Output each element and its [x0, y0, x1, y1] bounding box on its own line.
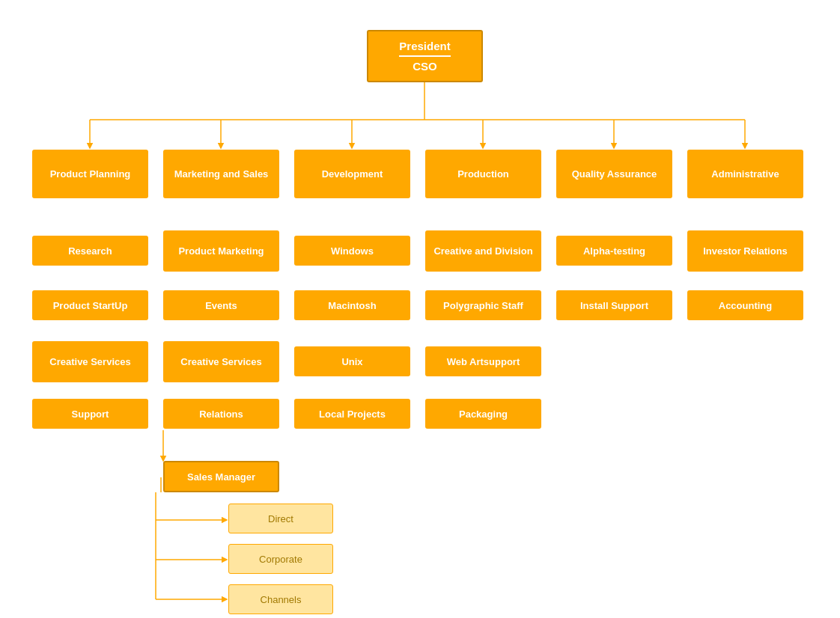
macintosh-label: Macintosh [328, 300, 376, 311]
install-support-label: Install Support [580, 300, 648, 311]
box-packaging[interactable]: Packaging [425, 399, 541, 429]
box-quality-assurance[interactable]: Quality Assurance [556, 150, 672, 198]
research-label: Research [68, 245, 112, 257]
box-support[interactable]: Support [32, 399, 148, 429]
org-chart: President CSO Product Planning Marketing… [0, 0, 840, 30]
corporate-label: Corporate [259, 554, 302, 565]
alpha-testing-label: Alpha-testing [583, 245, 645, 257]
production-label: Production [457, 168, 509, 180]
investor-relations-label: Investor Relations [703, 245, 788, 257]
box-accounting[interactable]: Accounting [687, 290, 803, 320]
box-events[interactable]: Events [163, 290, 279, 320]
administrative-label: Administrative [711, 168, 779, 180]
box-unix[interactable]: Unix [294, 346, 410, 376]
box-windows[interactable]: Windows [294, 236, 410, 266]
box-relations[interactable]: Relations [163, 399, 279, 429]
relations-label: Relations [199, 409, 243, 420]
product-startup-label: Product StartUp [53, 300, 128, 311]
development-label: Development [322, 168, 383, 180]
direct-label: Direct [268, 513, 293, 524]
polygraphic-staff-label: Polygraphic Staff [443, 300, 523, 311]
product-planning-label: Product Planning [50, 168, 131, 180]
box-product-startup[interactable]: Product StartUp [32, 290, 148, 320]
box-local-projects[interactable]: Local Projects [294, 399, 410, 429]
events-label: Events [205, 300, 237, 311]
accounting-label: Accounting [719, 300, 773, 311]
box-direct[interactable]: Direct [228, 504, 333, 533]
product-marketing-label: Product Marketing [178, 245, 264, 257]
box-install-support[interactable]: Install Support [556, 290, 672, 320]
box-channels[interactable]: Channels [228, 584, 333, 614]
box-polygraphic-staff[interactable]: Polygraphic Staff [425, 290, 541, 320]
box-investor-relations[interactable]: Investor Relations [687, 230, 803, 272]
creative-services-1-label: Creative Services [49, 356, 130, 367]
windows-label: Windows [331, 245, 374, 257]
creative-services-2-label: Creative Services [180, 356, 261, 367]
support-label: Support [72, 409, 109, 420]
president-subtitle: CSO [399, 60, 450, 73]
packaging-label: Packaging [459, 409, 508, 420]
sales-manager-label: Sales Manager [187, 471, 255, 483]
box-sales-manager[interactable]: Sales Manager [163, 461, 279, 492]
box-administrative[interactable]: Administrative [687, 150, 803, 198]
web-artsupport-label: Web Artsupport [447, 356, 520, 367]
marketing-sales-label: Marketing and Sales [174, 168, 269, 180]
president-title: President [399, 40, 450, 57]
box-creative-division[interactable]: Creative and Division [425, 230, 541, 272]
box-research[interactable]: Research [32, 236, 148, 266]
box-product-marketing[interactable]: Product Marketing [163, 230, 279, 272]
quality-assurance-label: Quality Assurance [572, 168, 657, 180]
box-product-planning[interactable]: Product Planning [32, 150, 148, 198]
box-creative-services-2[interactable]: Creative Services [163, 341, 279, 382]
box-marketing-sales[interactable]: Marketing and Sales [163, 150, 279, 198]
box-corporate[interactable]: Corporate [228, 544, 333, 574]
box-development[interactable]: Development [294, 150, 410, 198]
local-projects-label: Local Projects [319, 409, 386, 420]
unix-label: Unix [341, 356, 362, 367]
box-web-artsupport[interactable]: Web Artsupport [425, 346, 541, 376]
box-president[interactable]: President CSO [367, 30, 483, 82]
box-macintosh[interactable]: Macintosh [294, 290, 410, 320]
box-creative-services-1[interactable]: Creative Services [32, 341, 148, 382]
box-production[interactable]: Production [425, 150, 541, 198]
box-alpha-testing[interactable]: Alpha-testing [556, 236, 672, 266]
channels-label: Channels [261, 594, 302, 605]
creative-division-label: Creative and Division [433, 245, 532, 257]
